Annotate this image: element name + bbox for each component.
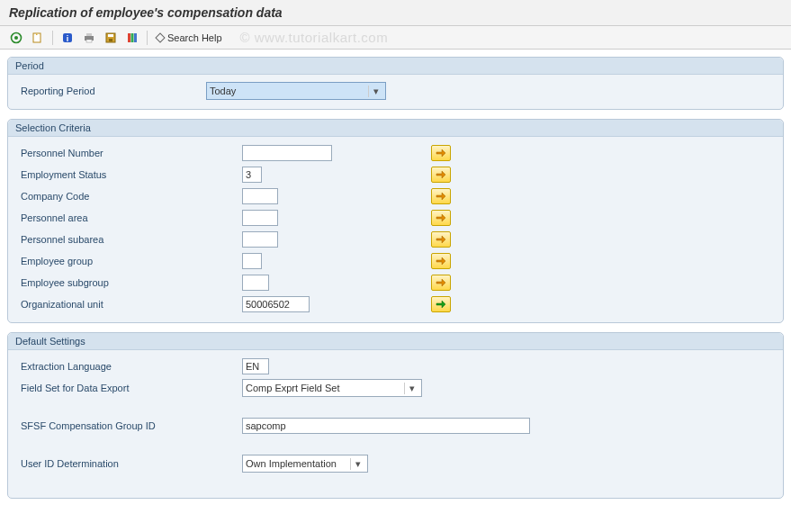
- employment-status-label: Employment Status: [17, 169, 242, 180]
- employee-group-multiple-button[interactable]: [431, 253, 451, 269]
- extraction-lang-label: Extraction Language: [17, 361, 242, 372]
- period-group-title: Period: [8, 58, 783, 75]
- svg-rect-13: [134, 33, 137, 42]
- save-variant-icon[interactable]: [102, 30, 120, 46]
- chevron-down-icon: ▾: [350, 458, 364, 470]
- personnel-number-label: Personnel Number: [17, 148, 242, 158]
- company-code-multiple-button[interactable]: [431, 188, 451, 204]
- default-settings-group: Default Settings Extraction Language Fie…: [7, 332, 784, 499]
- reporting-period-dropdown[interactable]: Today ▾: [206, 82, 386, 100]
- selection-criteria-title: Selection Criteria: [8, 120, 783, 137]
- watermark-text: © www.tutorialkart.com: [240, 30, 389, 45]
- personnel-area-input[interactable]: [242, 210, 278, 226]
- page-title: Replication of employee's compensation d…: [9, 5, 782, 20]
- toolbar-separator: [147, 31, 148, 45]
- extraction-lang-input[interactable]: [242, 358, 269, 374]
- employee-group-input[interactable]: [242, 253, 262, 269]
- org-unit-label: Organizational unit: [17, 299, 242, 310]
- reporting-period-label: Reporting Period: [17, 86, 206, 96]
- svg-rect-6: [86, 33, 92, 36]
- field-set-dropdown[interactable]: Comp Exprt Field Set ▾: [242, 379, 422, 397]
- company-code-input[interactable]: [242, 188, 278, 204]
- employment-status-input[interactable]: [242, 167, 262, 183]
- employee-subgroup-input[interactable]: [242, 275, 269, 291]
- personnel-subarea-label: Personnel subarea: [17, 234, 242, 245]
- chevron-down-icon: ▾: [404, 383, 418, 394]
- default-settings-title: Default Settings: [8, 333, 783, 350]
- user-id-label: User ID Determination: [17, 458, 242, 469]
- sfsf-group-input[interactable]: [242, 418, 530, 434]
- employee-subgroup-label: Employee subgroup: [17, 277, 242, 288]
- search-help-label: Search Help: [167, 32, 222, 43]
- personnel-area-multiple-button[interactable]: [431, 210, 451, 226]
- field-set-value: Comp Exprt Field Set: [246, 383, 340, 393]
- field-set-label: Field Set for Data Export: [17, 383, 242, 393]
- info-icon[interactable]: i: [58, 30, 76, 46]
- org-unit-multiple-button[interactable]: [431, 296, 451, 312]
- personnel-number-input[interactable]: [242, 145, 332, 161]
- print-icon[interactable]: [80, 30, 98, 46]
- content-area: Period Reporting Period Today ▾ Selectio…: [0, 50, 791, 515]
- user-id-dropdown[interactable]: Own Implementation ▾: [242, 455, 368, 473]
- variant-icon[interactable]: [29, 30, 47, 46]
- svg-rect-11: [128, 33, 130, 42]
- svg-rect-7: [86, 40, 92, 42]
- svg-rect-12: [131, 33, 134, 42]
- execute-icon[interactable]: [7, 30, 25, 46]
- toolbar-separator: [52, 31, 53, 45]
- user-id-value: Own Implementation: [246, 458, 337, 469]
- sfsf-group-label: SFSF Compensation Group ID: [17, 420, 242, 431]
- selection-criteria-group: Selection Criteria Personnel Number Empl…: [7, 119, 784, 323]
- reporting-period-value: Today: [210, 86, 236, 96]
- layout-icon[interactable]: [123, 30, 141, 46]
- employment-status-multiple-button[interactable]: [431, 167, 451, 183]
- chevron-down-icon: ▾: [368, 86, 382, 97]
- search-help-button[interactable]: Search Help: [153, 32, 226, 43]
- toolbar: i Search Help © www.tutorialkart.com: [0, 26, 791, 50]
- personnel-subarea-multiple-button[interactable]: [431, 231, 451, 248]
- svg-rect-10: [109, 39, 112, 41]
- period-group: Period Reporting Period Today ▾: [7, 57, 784, 110]
- personnel-area-label: Personnel area: [17, 212, 242, 223]
- org-unit-input[interactable]: [242, 296, 310, 312]
- svg-rect-9: [108, 34, 113, 37]
- personnel-subarea-input[interactable]: [242, 231, 278, 248]
- svg-text:i: i: [67, 34, 69, 43]
- employee-subgroup-multiple-button[interactable]: [431, 275, 451, 291]
- employee-group-label: Employee group: [17, 256, 242, 266]
- diamond-icon: [155, 32, 165, 42]
- svg-point-1: [14, 36, 18, 40]
- company-code-label: Company Code: [17, 191, 242, 202]
- personnel-number-multiple-button[interactable]: [431, 145, 451, 161]
- title-bar: Replication of employee's compensation d…: [0, 0, 791, 26]
